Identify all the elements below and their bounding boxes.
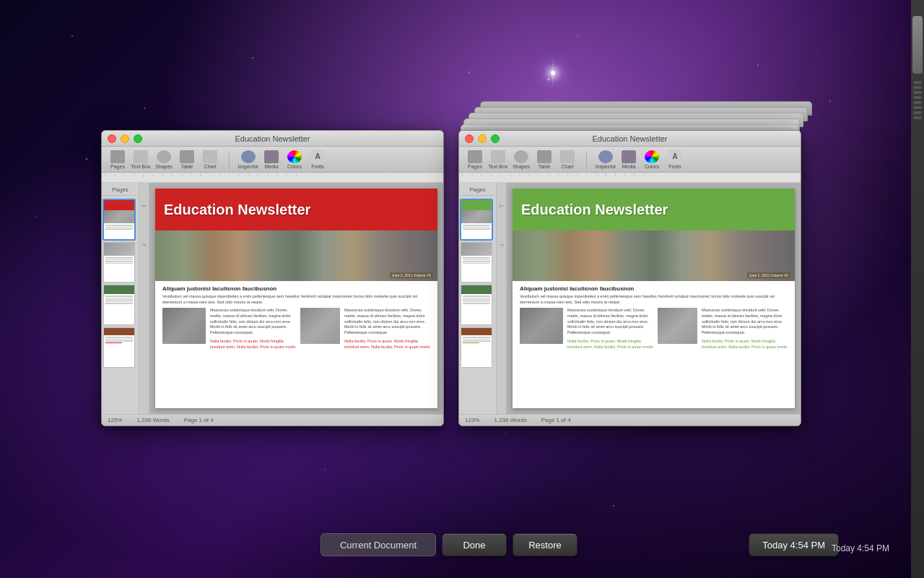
toolbar-chart-icon[interactable]: Chart — [200, 150, 220, 170]
left-window-titlebar: Education Newsletter — [102, 131, 443, 147]
minimize-button-left[interactable] — [121, 134, 129, 143]
right-toolbar-chart-icon[interactable]: Chart — [557, 150, 578, 170]
left-date-tag: June 2, 2011 Volume VII — [390, 272, 433, 278]
right-col-text-2: Maecenas scelerisque tincidunt velit. Do… — [702, 308, 788, 335]
page-num-7: 7 — [141, 243, 147, 246]
page-num-1: 1 — [141, 204, 147, 207]
right-toolbar-table-icon[interactable]: Table — [534, 150, 554, 170]
toolbar-shapes-icon[interactable]: Shapes — [154, 150, 174, 170]
left-photo-2 — [300, 308, 340, 344]
right-column-text: Maecenas scelerisque tincidunt velit. Do… — [567, 308, 653, 350]
left-header-image: June 2, 2011 Volume VII — [155, 230, 437, 281]
maximize-button-right[interactable] — [491, 134, 500, 143]
right-newsletter-title: Education Newsletter — [521, 202, 668, 218]
left-page: Page 1 of 4 — [184, 417, 214, 423]
page-thumb-3-right[interactable] — [461, 285, 492, 325]
toolbar-media-icon[interactable]: Media — [261, 150, 282, 170]
right-col-text-1: Maecenas scelerisque tincidunt velit. Do… — [567, 308, 653, 335]
toolbar-table-icon[interactable]: Table — [177, 150, 197, 170]
restore-button[interactable]: Restore — [513, 533, 578, 556]
right-document-content: Education Newsletter June 2, 2011 Volume… — [507, 183, 801, 414]
right-col-link-2: Nulla facilisi. Proin in quam. Morbi fri… — [702, 339, 788, 350]
toolbar-colors-icon[interactable]: Colors — [284, 150, 305, 170]
left-statusbar: 125% 1,236 Words Page 1 of 4 — [102, 414, 443, 426]
right-toolbar-sep — [586, 151, 587, 168]
left-newsletter-title: Education Newsletter — [164, 202, 310, 218]
left-column-text: Maecenas scelerisque tincidunt velit. Do… — [210, 308, 296, 350]
right-article-heading: Aliquam justonisi laculisnon faucibusnon — [520, 285, 788, 292]
page-number-col-right: 1 7 — [497, 183, 507, 414]
right-document-window: Education Newsletter Pages Text Box — [458, 130, 801, 426]
pages-panel-left: Pages — [102, 183, 139, 414]
left-col-link-2: Nulla facilisi. Proin in quam. Morbi fri… — [344, 339, 430, 350]
right-toolbar-pages-icon[interactable]: Pages — [465, 150, 485, 170]
right-window-titlebar: Education Newsletter — [459, 131, 801, 147]
toolbar-group-inspector: Inspector Media Colors A Fonts — [238, 150, 328, 170]
left-article-body: Vestibulum vel massa quisque imperdietle… — [162, 294, 430, 305]
right-article-body: Vestibulum vel massa quisque imperdietle… — [520, 294, 788, 305]
close-button-right[interactable] — [465, 134, 474, 143]
current-document-button[interactable]: Current Document — [321, 533, 436, 556]
page-thumb-1-right[interactable] — [461, 199, 492, 240]
toolbar-pages-icon[interactable]: Pages — [108, 150, 128, 170]
left-col-link-1: Nulla facilisi. Proin in quam. Morbi fri… — [210, 339, 296, 350]
right-window-buttons — [465, 134, 500, 143]
right-toolbar-colors-icon[interactable]: Colors — [642, 150, 662, 170]
right-toolbar-group-inspector: Inspector Media Colors A Fonts — [596, 150, 685, 170]
right-window-toolbar: Pages Text Box Shapes Table — [459, 147, 801, 173]
left-doc-body: Aliquam justonisi laculisnon faucibusnon… — [155, 281, 437, 354]
right-newsletter-header: Education Newsletter — [513, 189, 795, 230]
right-window-title: Education Newsletter — [593, 134, 668, 143]
right-header-image: June 2, 2011 Volume VII — [513, 230, 795, 281]
left-words: 1,236 Words — [136, 417, 169, 423]
left-col-text-2: Maecenas scelerisque tincidunt velit. Do… — [344, 308, 430, 335]
page-thumb-1-left[interactable] — [103, 199, 135, 240]
page-thumb-2-right[interactable] — [461, 242, 492, 282]
close-button-left[interactable] — [108, 134, 116, 143]
right-toolbar-media-icon[interactable]: Media — [619, 150, 639, 170]
left-photo-1 — [162, 308, 206, 344]
right-page: Page 1 of 4 — [541, 417, 571, 423]
right-window-body: Pages — [459, 183, 801, 414]
right-column-text-2: Maecenas scelerisque tincidunt velit. Do… — [702, 308, 788, 350]
pages-panel-header: Pages — [103, 186, 137, 196]
page-thumb-4-right[interactable] — [461, 327, 492, 368]
time-badge[interactable]: Today 4:54 PM — [749, 533, 839, 556]
windows-container: Education Newsletter Pages Text Box Sha — [101, 130, 882, 426]
left-document-content: Education Newsletter June 2, 2011 Volume… — [149, 183, 443, 414]
right-doc-body: Aliquam justonisi laculisnon faucibusnon… — [513, 281, 795, 354]
right-doc-page: Education Newsletter June 2, 2011 Volume… — [513, 189, 795, 408]
right-toolbar-group-pages: Pages Text Box Shapes Table — [465, 150, 578, 170]
left-ruler — [102, 173, 443, 183]
left-column-text-2: Maecenas scelerisque tincidunt velit. Do… — [344, 308, 430, 350]
maximize-button-left[interactable] — [134, 134, 142, 143]
left-window-title: Education Newsletter — [235, 134, 310, 143]
page-thumb-4-left[interactable] — [103, 327, 135, 368]
right-toolbar-fonts-icon[interactable]: A Fonts — [665, 150, 685, 170]
scrollbar-right[interactable] — [911, 0, 924, 578]
toolbar-textbox-icon[interactable]: Text Box — [131, 150, 151, 170]
right-date-tag: June 2, 2011 Volume VII — [747, 272, 790, 278]
scrollbar-tracks — [913, 81, 922, 119]
left-doc-page: Education Newsletter June 2, 2011 Volume… — [155, 189, 437, 408]
scrollbar-thumb[interactable] — [912, 16, 923, 74]
right-toolbar-inspector-icon[interactable]: Inspector — [596, 150, 616, 170]
pages-panel-right: Pages — [459, 183, 497, 414]
right-window-stack: Education Newsletter Pages Text Box — [458, 130, 801, 426]
minimize-button-right[interactable] — [478, 134, 487, 143]
left-newsletter-header: Education Newsletter — [155, 189, 437, 230]
page-thumb-3-left[interactable] — [103, 285, 135, 325]
left-document-window: Education Newsletter Pages Text Box Sha — [101, 130, 444, 426]
toolbar-fonts-icon[interactable]: A Fonts — [308, 150, 328, 170]
toolbar-inspector-icon[interactable]: Inspector — [238, 150, 258, 170]
corner-time: Today 4:54 PM — [832, 543, 889, 553]
page-thumb-2-left[interactable] — [103, 242, 135, 282]
done-button[interactable]: Done — [442, 533, 507, 556]
left-article-heading: Aliquam justonisi laculisnon faucibusnon — [162, 285, 430, 292]
left-window-body: Pages — [102, 183, 443, 414]
right-toolbar-textbox-icon[interactable]: Text Box — [488, 150, 508, 170]
right-toolbar-shapes-icon[interactable]: Shapes — [511, 150, 531, 170]
left-photo-row: Maecenas scelerisque tincidunt velit. Do… — [162, 308, 430, 350]
toolbar-separator-1 — [229, 151, 230, 168]
right-ruler — [459, 173, 801, 183]
